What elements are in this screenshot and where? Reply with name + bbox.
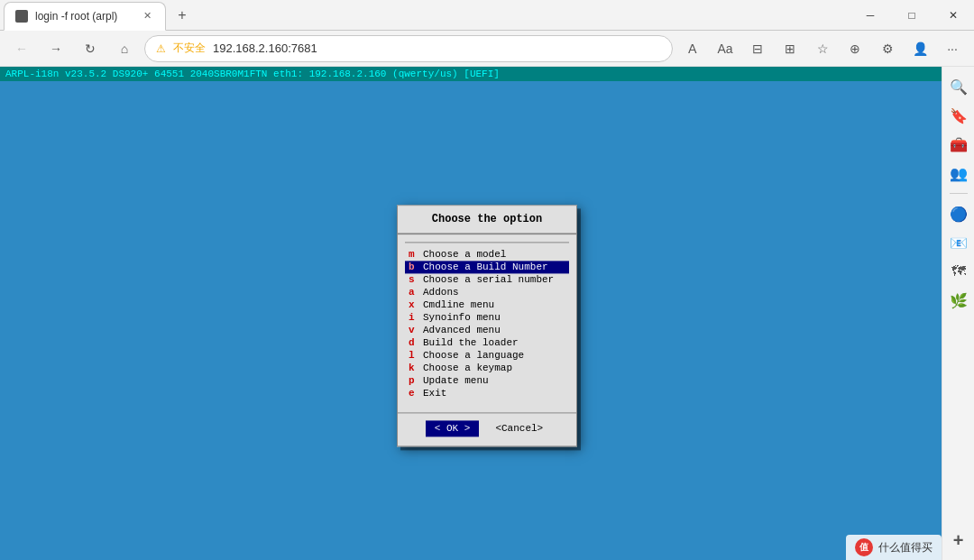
account-button[interactable]: Aa xyxy=(711,34,740,63)
dialog-body: mChoose a modelbChoose a Build NumbersCh… xyxy=(398,234,576,412)
tab-close-button[interactable]: ✕ xyxy=(140,9,154,23)
security-label: 不安全 xyxy=(173,41,206,56)
map-panel-icon[interactable]: 🗺 xyxy=(946,259,971,284)
favorites-button[interactable]: ☆ xyxy=(808,34,837,63)
add-panel-icon[interactable]: + xyxy=(946,528,971,553)
watermark-logo-text: 值 xyxy=(859,541,868,554)
bookmark-panel-icon[interactable]: 🔖 xyxy=(946,103,971,128)
dialog-buttons: < OK > <Cancel> xyxy=(398,412,576,445)
watermark-logo: 值 xyxy=(855,538,873,556)
watermark-text: 什么值得买 xyxy=(878,540,933,555)
menu-item-d[interactable]: dBuild the loader xyxy=(405,336,569,349)
menu-item-k[interactable]: kChoose a keymap xyxy=(405,362,569,374)
menu-item-m[interactable]: mChoose a model xyxy=(405,248,569,261)
toolbar-right: 𝖠 Aa ⊟ ⊞ ☆ ⊕ ⚙ 👤 ··· xyxy=(678,34,967,63)
maximize-button[interactable]: □ xyxy=(891,0,933,31)
right-panel: 🔍 🔖 🧰 👥 🔵 📧 🗺 🌿 + xyxy=(942,67,974,560)
dialog: Choose the option mChoose a modelbChoose… xyxy=(397,205,577,446)
terminal-status-text: ARPL-i18n v23.5.2 DS920+ 64551 2040SBR0M… xyxy=(5,69,500,79)
menu-item-i[interactable]: iSynoinfo menu xyxy=(405,311,569,324)
dialog-separator xyxy=(405,242,569,243)
users-panel-icon[interactable]: 👥 xyxy=(946,161,971,186)
edge-panel-icon[interactable]: 🔵 xyxy=(946,201,971,226)
security-warning-icon: ⚠ xyxy=(156,42,166,55)
menu-item-e[interactable]: eExit xyxy=(405,387,569,399)
address-bar[interactable]: ⚠ 不安全 192.168.2.160:7681 xyxy=(144,35,673,62)
terminal-status-bar: ARPL-i18n v23.5.2 DS920+ 64551 2040SBR0M… xyxy=(0,67,956,81)
browser-window: login -f root (arpl) ✕ + ─ □ ✕ ← → ↻ ⌂ ⚠… xyxy=(0,0,974,560)
menu-item-a[interactable]: aAddons xyxy=(405,286,569,298)
menu-item-v[interactable]: vAdvanced menu xyxy=(405,324,569,336)
search-panel-icon[interactable]: 🔍 xyxy=(946,74,971,99)
panel-divider xyxy=(950,193,968,194)
collections-button[interactable]: ⊕ xyxy=(841,34,869,63)
address-text: 192.168.2.160:7681 xyxy=(213,41,317,55)
profile-button[interactable]: 👤 xyxy=(905,34,934,63)
menu-items-list: mChoose a modelbChoose a Build NumbersCh… xyxy=(405,248,569,399)
mail-panel-icon[interactable]: 📧 xyxy=(946,230,971,255)
menu-item-p[interactable]: pUpdate menu xyxy=(405,374,569,387)
menu-item-l[interactable]: lChoose a language xyxy=(405,349,569,362)
tab-bar: login -f root (arpl) ✕ + ─ □ ✕ xyxy=(0,0,974,31)
refresh-button[interactable]: ↻ xyxy=(76,34,105,63)
cancel-button[interactable]: <Cancel> xyxy=(490,420,548,436)
content-area: ARPL-i18n v23.5.2 DS920+ 64551 2040SBR0M… xyxy=(0,67,974,560)
ok-button[interactable]: < OK > xyxy=(426,420,480,436)
dialog-overlay: Choose the option mChoose a modelbChoose… xyxy=(397,205,577,446)
menu-item-b[interactable]: bChoose a Build Number xyxy=(405,261,569,273)
tab-groups-button[interactable]: ⊞ xyxy=(776,34,804,63)
dialog-container: Choose the option mChoose a modelbChoose… xyxy=(397,205,577,446)
back-button[interactable]: ← xyxy=(7,34,36,63)
watermark: 值 什么值得买 xyxy=(846,535,942,560)
active-tab[interactable]: login -f root (arpl) ✕ xyxy=(4,2,166,31)
dialog-title: Choose the option xyxy=(398,206,576,234)
forward-button[interactable]: → xyxy=(41,34,70,63)
new-tab-button[interactable]: + xyxy=(170,3,195,28)
browser-essentials-button[interactable]: ⚙ xyxy=(873,34,902,63)
menu-item-x[interactable]: xCmdline menu xyxy=(405,298,569,311)
split-screen-button[interactable]: ⊟ xyxy=(743,34,772,63)
apps-panel-icon[interactable]: 🌿 xyxy=(946,288,971,313)
tab-title: login -f root (arpl) xyxy=(35,10,117,23)
minimize-button[interactable]: ─ xyxy=(850,0,891,31)
read-view-button[interactable]: 𝖠 xyxy=(678,34,707,63)
home-button[interactable]: ⌂ xyxy=(110,34,139,63)
more-button[interactable]: ··· xyxy=(938,34,967,63)
window-controls: ─ □ ✕ xyxy=(850,0,974,31)
close-button[interactable]: ✕ xyxy=(933,0,974,31)
toolbox-panel-icon[interactable]: 🧰 xyxy=(946,132,971,157)
toolbar: ← → ↻ ⌂ ⚠ 不安全 192.168.2.160:7681 𝖠 Aa ⊟ … xyxy=(0,31,974,67)
menu-item-s[interactable]: sChoose a serial number xyxy=(405,273,569,286)
tab-favicon xyxy=(15,10,28,23)
